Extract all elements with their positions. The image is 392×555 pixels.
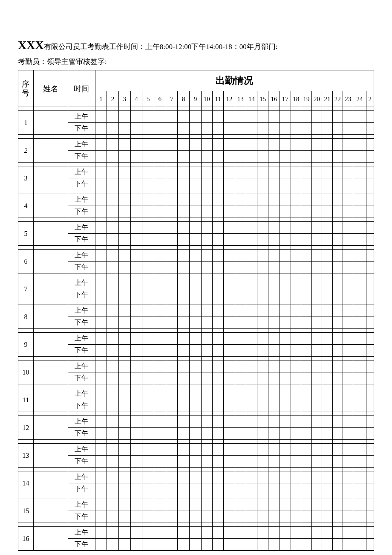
attendance-cell [224, 444, 235, 456]
attendance-cell [343, 333, 353, 345]
attendance-cell [291, 372, 301, 384]
attendance-cell [118, 151, 130, 163]
attendance-cell [130, 111, 142, 123]
attendance-cell [353, 345, 366, 357]
attendance-cell [190, 527, 202, 539]
attendance-cell [142, 333, 154, 345]
table-row: 下午 [18, 539, 374, 551]
attendance-cell [178, 360, 190, 372]
attendance-cell [268, 317, 280, 329]
attendance-cell [332, 250, 343, 262]
attendance-cell [353, 151, 366, 163]
attendance-cell [301, 416, 311, 428]
attendance-cell [107, 277, 119, 289]
attendance-cell [343, 194, 353, 206]
attendance-cell [178, 333, 190, 345]
attendance-cell [154, 333, 166, 345]
attendance-cell [235, 151, 246, 163]
attendance-cell [224, 400, 235, 412]
attendance-cell [291, 428, 301, 440]
attendance-cell [246, 345, 257, 357]
table-row: 13上午 [18, 444, 374, 456]
attendance-cell [301, 277, 311, 289]
attendance-cell [332, 527, 343, 539]
attendance-cell [332, 499, 343, 511]
attendance-cell [268, 139, 280, 151]
seq-cell: 4 [18, 194, 34, 218]
time-am: 上午 [68, 471, 95, 483]
attendance-cell [107, 388, 119, 400]
attendance-cell [118, 206, 130, 218]
attendance-cell [190, 511, 202, 523]
attendance-cell [118, 388, 130, 400]
day-header: 11 [213, 91, 224, 107]
attendance-cell [301, 305, 311, 317]
attendance-cell [301, 234, 311, 246]
attendance-cell [107, 527, 119, 539]
attendance-cell [154, 527, 166, 539]
attendance-cell [332, 483, 343, 495]
attendance-cell [118, 483, 130, 495]
gap-row [18, 412, 374, 416]
attendance-cell [268, 250, 280, 262]
attendance-cell [130, 372, 142, 384]
day-header: 7 [166, 91, 178, 107]
table-row: 11上午 [18, 388, 374, 400]
attendance-cell [224, 333, 235, 345]
day-header: 14 [246, 91, 257, 107]
attendance-cell [268, 456, 280, 468]
attendance-cell [95, 277, 107, 289]
attendance-cell [95, 206, 107, 218]
name-cell [33, 444, 68, 468]
attendance-cell [201, 123, 212, 135]
attendance-cell [130, 234, 142, 246]
attendance-cell [246, 333, 257, 345]
attendance-cell [311, 234, 322, 246]
attendance-cell [246, 111, 257, 123]
time-am: 上午 [68, 333, 95, 345]
time-pm: 下午 [68, 206, 95, 218]
attendance-cell [95, 123, 107, 135]
gap-row [18, 218, 374, 222]
attendance-cell [366, 166, 374, 178]
attendance-cell [301, 539, 311, 551]
attendance-cell [246, 262, 257, 273]
attendance-cell [353, 194, 366, 206]
attendance-cell [154, 428, 166, 440]
time-pm: 下午 [68, 483, 95, 495]
attendance-cell [224, 234, 235, 246]
attendance-cell [213, 151, 224, 163]
attendance-cell [166, 305, 178, 317]
attendance-cell [154, 277, 166, 289]
attendance-cell [201, 539, 212, 551]
attendance-cell [280, 499, 291, 511]
attendance-cell [142, 166, 154, 178]
attendance-cell [332, 511, 343, 523]
attendance-cell [353, 499, 366, 511]
attendance-cell [280, 289, 291, 301]
attendance-cell [343, 222, 353, 234]
attendance-cell [235, 499, 246, 511]
attendance-cell [301, 428, 311, 440]
table-row: 6上午 [18, 250, 374, 262]
attendance-cell [332, 360, 343, 372]
attendance-cell [301, 111, 311, 123]
attendance-cell [322, 222, 332, 234]
attendance-cell [353, 388, 366, 400]
attendance-cell [190, 289, 202, 301]
time-am: 上午 [68, 388, 95, 400]
attendance-cell [190, 317, 202, 329]
attendance-cell [118, 250, 130, 262]
attendance-cell [154, 416, 166, 428]
attendance-cell [190, 234, 202, 246]
attendance-cell [257, 305, 268, 317]
attendance-cell [311, 111, 322, 123]
attendance-cell [154, 345, 166, 357]
attendance-cell [235, 539, 246, 551]
attendance-cell [257, 499, 268, 511]
attendance-cell [201, 111, 212, 123]
attendance-cell [142, 345, 154, 357]
attendance-cell [130, 151, 142, 163]
attendance-cell [166, 262, 178, 273]
attendance-cell [366, 539, 374, 551]
